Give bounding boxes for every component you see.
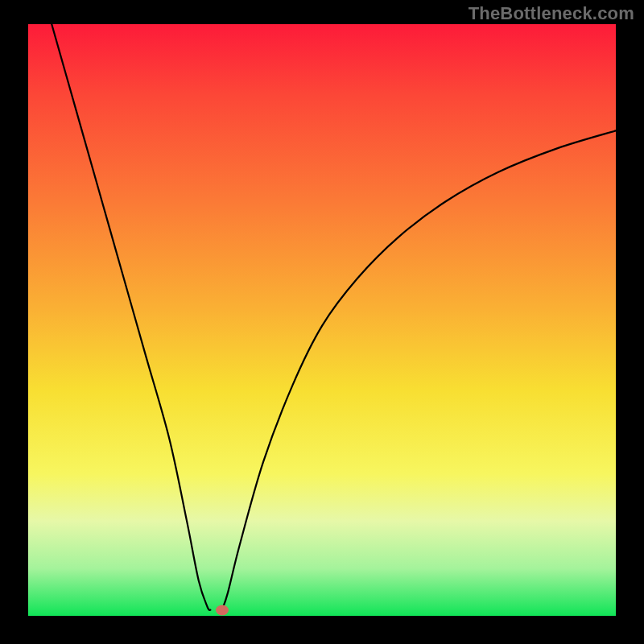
curve-left-branch: [52, 24, 210, 610]
watermark-text: TheBottleneck.com: [469, 3, 634, 24]
chart-frame: TheBottleneck.com: [0, 0, 644, 644]
plot-area: [28, 24, 616, 616]
bottleneck-curve: [28, 24, 616, 616]
curve-right-branch: [222, 130, 616, 609]
optimal-point-marker: [216, 605, 229, 615]
